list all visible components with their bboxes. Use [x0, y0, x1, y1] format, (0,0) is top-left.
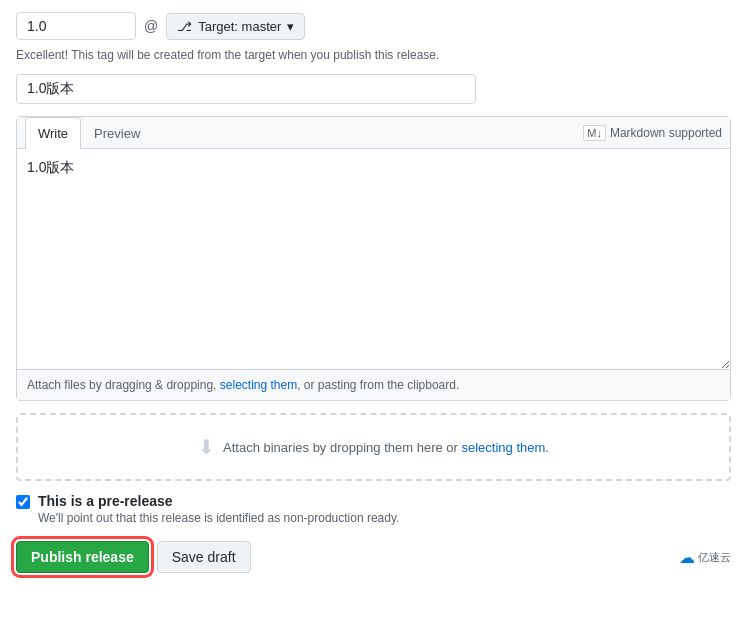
binaries-text: Attach binaries by dropping them here or…: [223, 440, 549, 455]
watermark-icon: ☁: [679, 548, 695, 567]
tag-input[interactable]: [16, 12, 136, 40]
description-textarea[interactable]: 1.0版本: [17, 149, 730, 369]
tab-preview[interactable]: Preview: [81, 117, 153, 149]
prerelease-row: This is a pre-release We'll point out th…: [16, 493, 731, 525]
watermark: ☁ 亿速云: [679, 548, 731, 567]
attach-files-hint: Attach files by dragging & dropping, sel…: [17, 369, 730, 400]
prerelease-checkbox[interactable]: [16, 495, 30, 509]
actions-row: Publish release Save draft ☁ 亿速云: [16, 541, 731, 573]
prerelease-description: We'll point out that this release is ide…: [38, 511, 399, 525]
tab-write[interactable]: Write: [25, 117, 81, 149]
attach-text-after: , or pasting from the clipboard.: [297, 378, 459, 392]
target-branch-label: Target: master: [198, 19, 281, 34]
branch-icon: ⎇: [177, 19, 192, 34]
markdown-label: Markdown supported: [610, 126, 722, 140]
binaries-drop-zone[interactable]: ⬇ Attach binaries by dropping them here …: [16, 413, 731, 481]
publish-release-button[interactable]: Publish release: [16, 541, 149, 573]
prerelease-text-block: This is a pre-release We'll point out th…: [38, 493, 399, 525]
tag-hint: Excellent! This tag will be created from…: [16, 48, 731, 62]
editor-tab-bar: Write Preview M↓ Markdown supported: [17, 117, 730, 149]
watermark-text: 亿速云: [698, 550, 731, 565]
markdown-supported-label: M↓ Markdown supported: [583, 125, 722, 141]
binaries-select-link[interactable]: selecting them: [462, 440, 546, 455]
attach-text-before: Attach files by dragging & dropping,: [27, 378, 220, 392]
release-title-input[interactable]: [16, 74, 476, 104]
prerelease-label: This is a pre-release: [38, 493, 399, 509]
at-symbol: @: [144, 18, 158, 34]
download-icon: ⬇: [198, 435, 215, 459]
dropdown-chevron-icon: ▾: [287, 19, 294, 34]
target-branch-button[interactable]: ⎇ Target: master ▾: [166, 13, 305, 40]
attach-select-link[interactable]: selecting them: [220, 378, 297, 392]
save-draft-button[interactable]: Save draft: [157, 541, 251, 573]
tag-row: @ ⎇ Target: master ▾: [16, 12, 731, 40]
markdown-icon: M↓: [583, 125, 606, 141]
description-editor: Write Preview M↓ Markdown supported 1.0版…: [16, 116, 731, 401]
